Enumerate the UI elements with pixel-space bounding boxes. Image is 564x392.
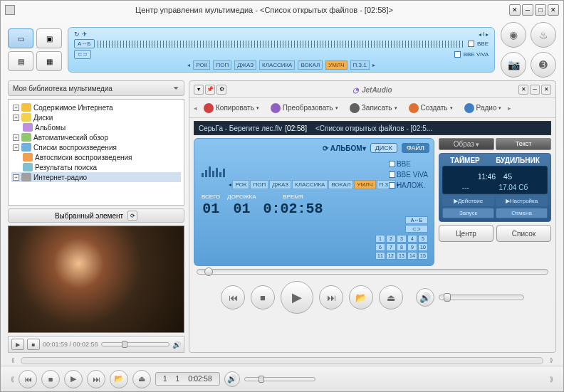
cancel-button[interactable]: Отмена	[496, 208, 548, 218]
footer-next-button[interactable]: ⏭	[87, 370, 105, 388]
bbe-check[interactable]	[468, 41, 474, 47]
record-button[interactable]: Записать▾	[345, 100, 402, 116]
tree-internet-content[interactable]: +Содержимое Интернета	[11, 102, 181, 112]
tab-text[interactable]: Текст	[496, 138, 551, 150]
genre-vocal[interactable]: ВОКАЛ	[298, 60, 323, 70]
burn-button[interactable]: ◉	[501, 22, 526, 48]
scroll-left[interactable]: ⟪	[8, 357, 18, 364]
copy-button[interactable]: Копировать▾	[199, 100, 264, 116]
camera-button[interactable]: 📷	[501, 52, 526, 78]
tab-image[interactable]: Образ ▾	[439, 138, 494, 150]
disp-genre-vocal[interactable]: ВОКАЛ	[328, 180, 353, 189]
next-button[interactable]: ⏭	[319, 285, 343, 309]
loop-button[interactable]: ⊂⊃	[405, 225, 428, 233]
library-header[interactable]: Моя библиотека мультимедиа ⏷	[8, 80, 184, 96]
disp-genre-default[interactable]: УМЛЧ	[354, 180, 375, 189]
bbeviva-check[interactable]	[454, 51, 461, 58]
open-button[interactable]: 📂	[349, 285, 373, 309]
num-5[interactable]: 5	[418, 235, 428, 243]
disp-genre-rock[interactable]: РОК	[232, 180, 249, 189]
video-preview[interactable]	[8, 226, 184, 333]
genre-classic[interactable]: КЛАССИКА	[259, 60, 295, 70]
view-mode-4-button[interactable]: ▦	[36, 51, 62, 71]
ab-button[interactable]: А↔Б	[405, 216, 428, 224]
player-pin-button[interactable]: 📌	[205, 85, 215, 95]
num-9[interactable]: 9	[407, 243, 417, 251]
genre-pop[interactable]: ПОП	[213, 60, 231, 70]
minimize-button[interactable]: ─	[522, 4, 533, 16]
scroll-right[interactable]: ⟫	[546, 357, 556, 364]
file-pill[interactable]: ФАЙЛ	[402, 143, 429, 153]
player-min-button[interactable]: ─	[530, 85, 540, 95]
genre-rock[interactable]: РОК	[193, 60, 210, 70]
disp-genre-jazz[interactable]: ДЖАЗ	[269, 180, 291, 189]
footer-play-button[interactable]: ▶	[64, 370, 83, 388]
convert-button[interactable]: Преобразовать▾	[266, 100, 343, 116]
tree-disks[interactable]: +Диски	[11, 112, 181, 122]
footer-right-arrow[interactable]: ⟫	[550, 376, 553, 383]
view-mode-1-button[interactable]: ▭	[8, 28, 33, 48]
disk-pill[interactable]: ДИСК	[370, 143, 397, 153]
num-8[interactable]: 8	[397, 243, 407, 251]
extra-button[interactable]: ✕	[509, 4, 521, 16]
num-7[interactable]: 7	[386, 243, 396, 251]
player-extra-button[interactable]: ✕	[518, 85, 528, 95]
eject-button[interactable]: ⏏	[379, 285, 403, 309]
maximize-button[interactable]: □	[535, 4, 546, 16]
bbeviva-check-2[interactable]	[389, 171, 395, 178]
footer-mute-button[interactable]: 🔊	[224, 371, 240, 387]
scroll-track[interactable]	[21, 357, 543, 364]
rip-button[interactable]: ♨	[531, 22, 556, 48]
selected-refresh-button[interactable]: ⟳	[127, 211, 137, 221]
play-button[interactable]: ▶	[281, 281, 313, 314]
num-15[interactable]: 15	[418, 252, 428, 260]
tree-playlists[interactable]: +Списки воспроизведения	[11, 142, 181, 152]
num-1[interactable]: 1	[375, 235, 385, 243]
footer-volume-slider[interactable]	[244, 377, 315, 381]
footer-open-button[interactable]: 📂	[110, 370, 128, 388]
num-2[interactable]: 2	[386, 235, 396, 243]
num-4[interactable]: 4	[407, 235, 417, 243]
tree-autoscan[interactable]: +Автоматический обзор	[11, 132, 181, 142]
genre-default[interactable]: УМЛЧ	[325, 60, 347, 70]
close-button[interactable]: ✕	[548, 4, 559, 16]
player-opts-button[interactable]: ⚙	[216, 85, 226, 95]
num-14[interactable]: 14	[407, 252, 417, 260]
num-10[interactable]: 10	[418, 243, 428, 251]
num-6[interactable]: 6	[375, 243, 385, 251]
seek-slider[interactable]	[197, 269, 548, 275]
mute-button[interactable]: 🔊	[416, 288, 434, 307]
radio-button[interactable]: Радио▾	[459, 100, 507, 116]
view-mode-2-button[interactable]: ▣	[36, 28, 62, 48]
num-11[interactable]: 11	[375, 252, 385, 260]
footer-prev-button[interactable]: ⏮	[19, 370, 37, 388]
preview-volume-slider[interactable]	[101, 342, 169, 346]
player-close-button[interactable]: ✕	[541, 85, 551, 95]
repeat-button[interactable]: ⊂⊃	[74, 50, 91, 59]
tree-internetradio[interactable]: +Интернет-радио	[11, 172, 181, 182]
genre-jazz[interactable]: ДЖАЗ	[234, 60, 256, 70]
volume-slider[interactable]	[439, 295, 524, 300]
start-button[interactable]: Запуск	[442, 208, 494, 218]
preview-play-button[interactable]: ▶	[11, 339, 24, 350]
overlay-check[interactable]	[389, 182, 395, 189]
genre-p31[interactable]: П.3.1	[350, 60, 370, 70]
view-mode-3-button[interactable]: ▤	[8, 51, 33, 71]
create-button[interactable]: Создать▾	[404, 100, 458, 116]
center-button[interactable]: Центр	[439, 225, 494, 242]
footer-stop-button[interactable]: ■	[41, 370, 60, 388]
settings-button[interactable]: ▶Настройка	[496, 196, 548, 206]
num-3[interactable]: 3	[397, 235, 407, 243]
bbe-check-2[interactable]	[389, 161, 395, 167]
disp-genre-classic[interactable]: КЛАССИКА	[292, 180, 328, 189]
stop-button[interactable]: ■	[251, 285, 275, 309]
footer-eject-button[interactable]: ⏏	[132, 370, 151, 388]
player-menu-button[interactable]: ▾	[194, 85, 204, 95]
disp-genre-pop[interactable]: ПОП	[250, 180, 268, 189]
action-button[interactable]: ▶Действие	[442, 196, 494, 206]
list-button[interactable]: Список	[496, 225, 551, 242]
footer-left-arrow[interactable]: ⟪	[11, 376, 14, 383]
num-12[interactable]: 12	[386, 252, 396, 260]
tree-searchresults[interactable]: Результаты поиска	[11, 162, 181, 172]
num-13[interactable]: 13	[397, 252, 407, 260]
